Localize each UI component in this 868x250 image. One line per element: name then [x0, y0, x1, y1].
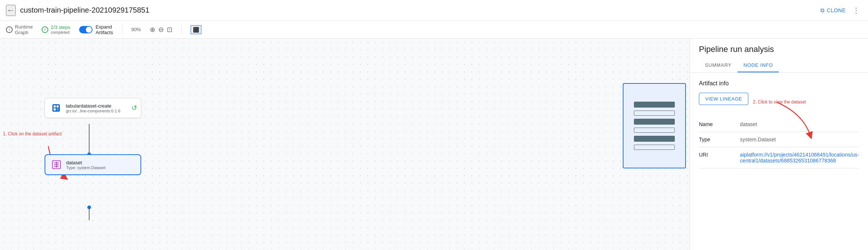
- info-row-type: Type system.Dataset: [699, 132, 859, 147]
- node-tabular-info: tabulardataset-create gcr.io/...line-com…: [66, 103, 120, 113]
- svg-rect-5: [54, 105, 56, 108]
- header: ← custom-train-pipeline-20210929175851 ⧉…: [0, 0, 868, 21]
- right-panel-body: Artifact info VIEW LINEAGE 2. Click to v…: [690, 73, 868, 250]
- node-dataset-info: dataset Type: system.Dataset: [66, 160, 106, 170]
- annotation-1: 1. Click on the dataset artifact: [3, 131, 62, 136]
- info-row-name: Name dataset: [699, 117, 859, 132]
- refresh-icon[interactable]: ↺: [132, 104, 137, 112]
- node-dataset-name: dataset: [66, 160, 106, 165]
- svg-point-2: [87, 205, 91, 209]
- info-icon: i: [6, 26, 13, 33]
- right-panel: Pipeline run analysis SUMMARY NODE INFO …: [690, 39, 868, 250]
- zoom-in-button[interactable]: ⊕: [150, 26, 155, 34]
- node-tabular-name: tabulardataset-create: [66, 103, 120, 109]
- expand-artifacts-toggle[interactable]: Expand Artifacts: [79, 24, 113, 35]
- toggle-knob: [86, 27, 92, 33]
- svg-rect-7: [54, 108, 56, 111]
- dataset-node-icon: [51, 159, 62, 171]
- info-key-type: Type: [699, 132, 725, 147]
- zoom-controls: ⊕ ⊖ ⊡: [150, 26, 172, 34]
- clone-icon: ⧉: [820, 7, 825, 14]
- check-icon: ✓: [42, 26, 48, 33]
- clone-label: CLONE: [827, 7, 846, 13]
- node-dataset[interactable]: dataset Type: system.Dataset: [45, 154, 141, 175]
- uri-link[interactable]: aiplatform://v1/projects/462141068491/lo…: [740, 152, 859, 164]
- info-key-uri: URI: [699, 147, 725, 168]
- info-val-name: dataset: [725, 117, 859, 132]
- artifact-info-title: Artifact info: [699, 80, 859, 87]
- view-lineage-button[interactable]: VIEW LINEAGE: [699, 93, 748, 105]
- zoom-level: 90%: [131, 27, 141, 32]
- svg-rect-8: [56, 108, 59, 111]
- back-button[interactable]: ←: [6, 5, 16, 16]
- right-panel-title: Pipeline run analysis: [699, 45, 859, 54]
- mini-bar-1: [634, 102, 675, 108]
- layout-button[interactable]: ⬛: [191, 25, 201, 34]
- main-content: 1. Click on the dataset artifact: [0, 39, 868, 250]
- info-val-uri: aiplatform://v1/projects/462141068491/lo…: [725, 147, 859, 168]
- svg-rect-4: [52, 104, 60, 112]
- svg-rect-6: [56, 105, 59, 108]
- more-menu-button[interactable]: ⋮: [850, 4, 862, 17]
- info-row-uri: URI aiplatform://v1/projects/46214106849…: [699, 147, 859, 168]
- tab-summary[interactable]: SUMMARY: [699, 59, 738, 72]
- tabs: SUMMARY NODE INFO: [699, 59, 859, 72]
- clone-button[interactable]: ⧉ CLONE: [816, 5, 850, 16]
- cube-node-icon: [50, 102, 62, 114]
- pipeline-title: custom-train-pipeline-20210929175851: [20, 6, 816, 14]
- toolbar-divider-2: [181, 25, 182, 34]
- steps-completed-item: ✓ 2/3 steps completed: [42, 24, 70, 34]
- artifact-info-table: Name dataset Type system.Dataset URI aip…: [699, 117, 859, 168]
- zoom-fit-button[interactable]: ⊡: [167, 26, 172, 34]
- node-tabular[interactable]: tabulardataset-create gcr.io/...line-com…: [45, 98, 141, 118]
- sub-toolbar: i Runtime Graph ✓ 2/3 steps completed Ex…: [0, 21, 868, 39]
- graph-svg: [0, 39, 690, 250]
- mini-bar-3: [634, 119, 675, 125]
- right-panel-header: Pipeline run analysis SUMMARY NODE INFO: [690, 39, 868, 73]
- info-val-type: system.Dataset: [725, 132, 859, 147]
- mini-bar-5: [634, 136, 675, 142]
- info-key-name: Name: [699, 117, 725, 132]
- expand-label: Expand Artifacts: [95, 24, 113, 35]
- graph-panel[interactable]: 1. Click on the dataset artifact: [0, 39, 690, 250]
- steps-text: 2/3 steps completed: [51, 24, 70, 34]
- click-hint-2: 2. Click to view the dataset: [753, 99, 806, 105]
- node-dataset-sub: Type: system.Dataset: [66, 165, 106, 170]
- mini-bar-4: [634, 128, 675, 133]
- mini-bar-2: [634, 111, 675, 116]
- runtime-graph-label: Runtime Graph: [15, 24, 33, 35]
- zoom-out-button[interactable]: ⊖: [158, 26, 164, 34]
- mini-bar-6: [634, 145, 675, 150]
- mini-preview-card: [623, 83, 686, 168]
- toolbar-divider: [122, 25, 122, 34]
- toggle-switch[interactable]: [79, 26, 93, 33]
- tab-node-info[interactable]: NODE INFO: [738, 59, 779, 72]
- runtime-graph-item[interactable]: i Runtime Graph: [6, 24, 33, 35]
- node-tabular-sub: gcr.io/...line-components:0.1.6: [66, 109, 120, 113]
